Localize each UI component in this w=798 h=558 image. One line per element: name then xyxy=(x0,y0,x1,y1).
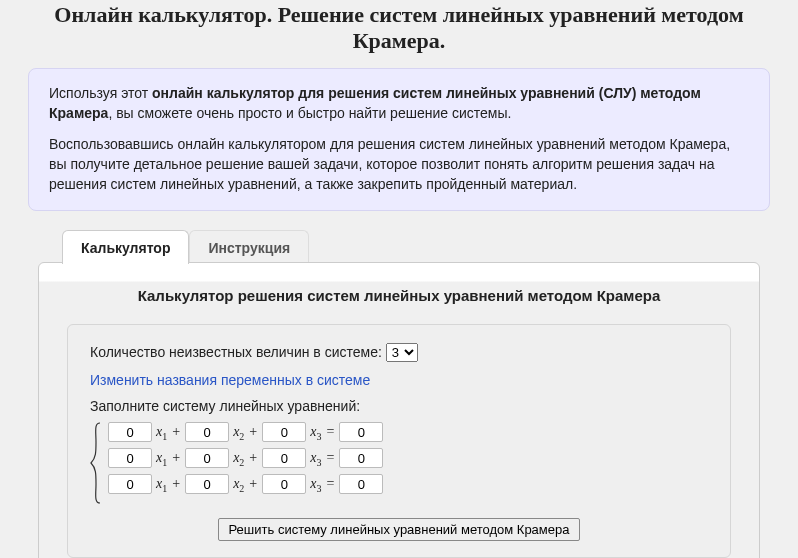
plus-sign: + xyxy=(172,424,180,440)
unknowns-label: Количество неизвестных величин в системе… xyxy=(90,344,382,360)
equation-row: x1+x2+x3= xyxy=(108,474,383,494)
equals-sign: = xyxy=(326,424,334,440)
tab-instruction[interactable]: Инструкция xyxy=(189,230,309,264)
fill-system-label: Заполните систему линейных уравнений: xyxy=(90,398,708,414)
equals-sign: = xyxy=(326,476,334,492)
plus-sign: + xyxy=(172,476,180,492)
rhs-input[interactable] xyxy=(339,474,383,494)
plus-sign: + xyxy=(249,476,257,492)
coefficient-input[interactable] xyxy=(108,448,152,468)
tab-calculator[interactable]: Калькулятор xyxy=(62,230,189,264)
variable-label: x2 xyxy=(233,424,244,442)
left-brace-icon xyxy=(90,422,102,504)
coefficient-input[interactable] xyxy=(185,422,229,442)
coefficient-input[interactable] xyxy=(108,474,152,494)
intro-p1-post: , вы сможете очень просто и быстро найти… xyxy=(108,105,511,121)
plus-sign: + xyxy=(249,450,257,466)
plus-sign: + xyxy=(249,424,257,440)
intro-box: Используя этот онлайн калькулятор для ре… xyxy=(28,68,770,211)
change-variables-link[interactable]: Изменить названия переменных в системе xyxy=(90,372,708,388)
equation-row: x1+x2+x3= xyxy=(108,448,383,468)
variable-label: x3 xyxy=(310,476,321,494)
variable-label: x1 xyxy=(156,476,167,494)
coefficient-input[interactable] xyxy=(108,422,152,442)
variable-label: x3 xyxy=(310,450,321,468)
rhs-input[interactable] xyxy=(339,422,383,442)
variable-label: x1 xyxy=(156,424,167,442)
calculator-heading: Калькулятор решения систем линейных урав… xyxy=(67,287,731,304)
solve-button[interactable]: Решить систему линейных уравнений методо… xyxy=(218,518,581,541)
tabs: Калькулятор Инструкция xyxy=(62,229,760,263)
equation-system: x1+x2+x3=x1+x2+x3=x1+x2+x3= xyxy=(90,422,708,504)
coefficient-input[interactable] xyxy=(262,422,306,442)
intro-paragraph-1: Используя этот онлайн калькулятор для ре… xyxy=(49,83,749,124)
variable-label: x3 xyxy=(310,424,321,442)
equation-row: x1+x2+x3= xyxy=(108,422,383,442)
unknowns-row: Количество неизвестных величин в системе… xyxy=(90,343,708,362)
intro-paragraph-2: Воспользовавшись онлайн калькулятором дл… xyxy=(49,134,749,195)
intro-p1-pre: Используя этот xyxy=(49,85,152,101)
variable-label: x1 xyxy=(156,450,167,468)
coefficient-input[interactable] xyxy=(262,448,306,468)
coefficient-input[interactable] xyxy=(185,474,229,494)
rhs-input[interactable] xyxy=(339,448,383,468)
plus-sign: + xyxy=(172,450,180,466)
calculator-body: Количество неизвестных величин в системе… xyxy=(67,324,731,558)
calculator-panel: Калькулятор решения систем линейных урав… xyxy=(38,262,760,558)
equals-sign: = xyxy=(326,450,334,466)
coefficient-input[interactable] xyxy=(185,448,229,468)
coefficient-input[interactable] xyxy=(262,474,306,494)
variable-label: x2 xyxy=(233,476,244,494)
variable-label: x2 xyxy=(233,450,244,468)
unknowns-select[interactable]: 3 xyxy=(386,343,418,362)
page-title: Онлайн калькулятор. Решение систем линей… xyxy=(28,2,770,54)
